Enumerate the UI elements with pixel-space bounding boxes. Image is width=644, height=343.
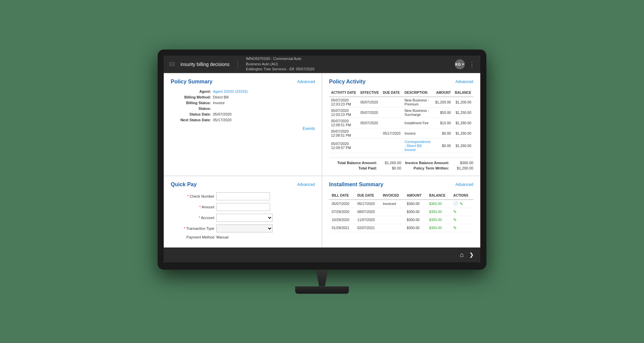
activity-date: 05/07/2020 12:09:57 PM [329,138,358,153]
activity-desc: Invoice [402,128,433,138]
amount-input[interactable] [216,203,270,211]
edit-icon[interactable]: ✎ [460,201,463,206]
inst-col-due-date: DUE DATE [355,192,380,200]
installment-summary-advanced[interactable]: Advanced [455,182,473,187]
inst-actions: 📄 ✎ [450,200,473,208]
transaction-type-label: * Transaction Type [171,226,214,230]
total-paid-label: Total Paid: [359,166,377,170]
monitor-stand [158,270,486,294]
doc-icon[interactable]: 📄 [453,201,458,206]
transaction-type-select[interactable] [216,224,273,232]
activity-desc-link[interactable]: Correspondence - Direct Bill Invoice [402,138,433,153]
inst-due-date: 08/07/2020 [355,208,380,216]
inst-bill-date: 05/07/2020 [329,200,355,208]
inst-bill-date: 07/28/2020 [329,208,355,216]
inst-due-date: 05/17/2020 [355,200,380,208]
amount-row: * Amount [171,203,315,211]
edit-icon[interactable]: ✎ [453,217,457,222]
activity-summary: Total Balance Amount: $1,260.00 Total Pa… [329,157,473,170]
inst-amount: $300.00 [404,208,427,216]
activity-amount: $1,200.00 [433,97,453,108]
policy-term-label: Policy Term Written: [414,166,449,170]
edit-icon[interactable]: ✎ [453,225,457,230]
activity-effective: 05/07/2020 [358,118,381,128]
activity-effective: 05/07/2020 [358,107,381,118]
inst-col-amount: AMOUNT [404,192,427,200]
invoice-balance-row: Invoice Balance Amount: $360.00 [401,161,473,165]
inst-amount: $360.00 [404,200,427,208]
summary-left: Total Balance Amount: $1,260.00 Total Pa… [329,161,401,170]
col-amount: AMOUNT [433,89,453,97]
total-paid-row: Total Paid: $0.00 [329,166,401,170]
policy-summary-header: Policy Summary Advanced [171,79,315,85]
effective-date: Eddington Tree Services - Eff. 05/07/202… [246,67,314,72]
activity-amount: $0.00 [433,138,453,153]
transaction-type-row: * Transaction Type [171,224,315,232]
quick-pay-header: Quick Pay Advanced [171,182,315,188]
activity-balance: $1,260.00 [453,128,473,138]
installment-table-body: 05/07/2020 05/17/2020 Invoiced $360.00 $… [329,200,473,232]
installment-summary-title: Installment Summary [329,182,383,188]
installment-table-row: 01/28/2021 02/07/2021 $300.00 $300.00 ✎ [329,224,473,232]
activity-effective [358,138,381,153]
quick-pay-panel: Quick Pay Advanced * Check Number * [164,176,322,248]
inst-col-actions: ACTIONS [450,192,473,200]
activity-table-header-row: ACTIVITY DATE EFFECTIVE DUE DATE DESCRIP… [329,89,473,97]
installment-summary-panel: Installment Summary Advanced BILL DATE D… [322,176,480,248]
total-balance-value: $1,260.00 [381,161,401,165]
policy-term-value: $1,200.00 [453,166,473,170]
inst-balance: $360.00 [426,200,450,208]
account-select[interactable] [216,214,273,222]
policy-term-row: Policy Term Written: $1,200.00 [401,166,473,170]
status-date-value: 05/07/2020 [213,112,231,116]
activity-effective [358,128,381,138]
payment-method-row: Payment Method Manual [171,235,315,239]
user-avatar[interactable]: KG ▼ [455,59,465,69]
total-balance-row: Total Balance Amount: $1,260.00 [329,161,401,165]
check-number-row: * Check Number [171,192,315,200]
activity-table-row: 05/07/2020 12:09:57 PM Correspondence - … [329,138,473,153]
billing-status-row: Billing Status: Invoice [171,101,315,105]
more-menu-icon[interactable]: ⋮ [469,61,475,68]
total-paid-value: $0.00 [381,166,401,170]
monitor-wrapper: ⁝⁝⁝ insurity billing decisions IMNO50701… [158,50,486,294]
topbar-right: KG ▼ ⋮ [455,59,475,69]
policy-activity-header: Policy Activity Advanced [329,79,473,85]
next-icon[interactable]: ❯ [469,252,474,258]
col-description: DESCRIPTION [402,89,433,97]
installment-header-row: BILL DATE DUE DATE INVOICED AMOUNT BALAN… [329,192,473,200]
check-number-input[interactable] [216,192,270,200]
policy-number: IMNO5070100 - Commercial Auto [246,56,314,61]
installment-table: BILL DATE DUE DATE INVOICED AMOUNT BALAN… [329,192,473,232]
policy-summary-advanced[interactable]: Advanced [297,79,315,84]
quick-pay-advanced[interactable]: Advanced [297,182,315,187]
policy-activity-advanced[interactable]: Advanced [455,79,473,84]
status-date-row: Status Date: 05/07/2020 [171,112,315,116]
bottombar: ⌂ ❯ [164,248,480,262]
action-icons: 📄 ✎ [453,201,471,206]
installment-table-row: 05/07/2020 05/17/2020 Invoiced $360.00 $… [329,200,473,208]
topbar-meta: IMNO5070100 - Commercial Auto Business A… [246,56,314,72]
activity-table-row: 05/07/2020 12:03:23 PM 05/07/2020 New Bu… [329,107,473,118]
quick-pay-form: * Check Number * Amount * [171,192,315,239]
billing-status-label: Billing Status: [171,101,211,105]
installment-table-row: 07/28/2020 08/07/2020 $300.00 $300.00 ✎ [329,208,473,216]
account-label: * Account [171,216,214,220]
agent-value[interactable]: Agent 33333 (33333) [213,89,248,93]
activity-effective: 05/07/2020 [358,97,381,108]
inst-invoiced [380,216,404,224]
inst-actions: ✎ [450,216,473,224]
events-anchor[interactable]: Events [303,126,315,131]
events-link[interactable]: Events [171,125,315,131]
activity-amount: $50.00 [433,107,453,118]
activity-due-date [381,138,402,153]
grid-icon[interactable]: ⁝⁝⁝ [169,61,175,68]
check-number-label: * Check Number [171,194,214,198]
account-row: * Account [171,214,315,222]
edit-icon[interactable]: ✎ [453,209,457,214]
home-icon[interactable]: ⌂ [460,251,464,259]
policy-activity-title: Policy Activity [329,79,366,85]
activity-date: 05/07/2020 12:03:23 PM [329,97,358,108]
activity-due-date [381,118,402,128]
activity-balance: $1,250.00 [453,107,473,118]
